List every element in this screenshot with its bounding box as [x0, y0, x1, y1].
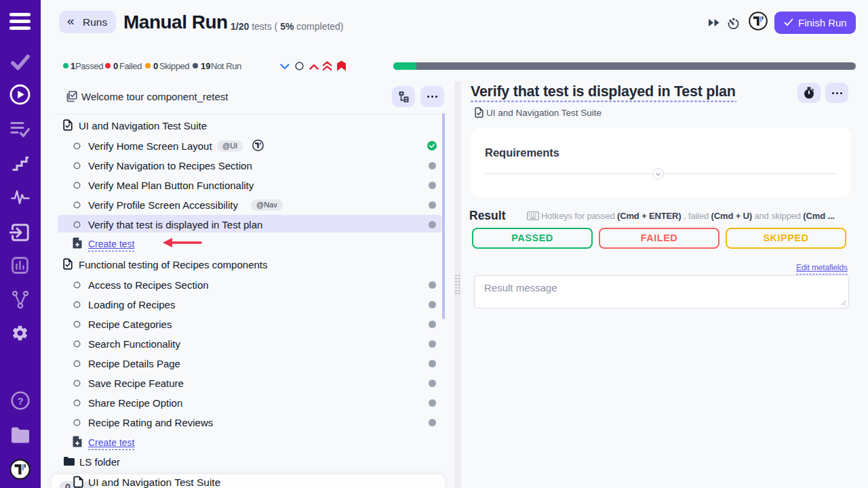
svg-text:?: ?	[17, 395, 23, 407]
